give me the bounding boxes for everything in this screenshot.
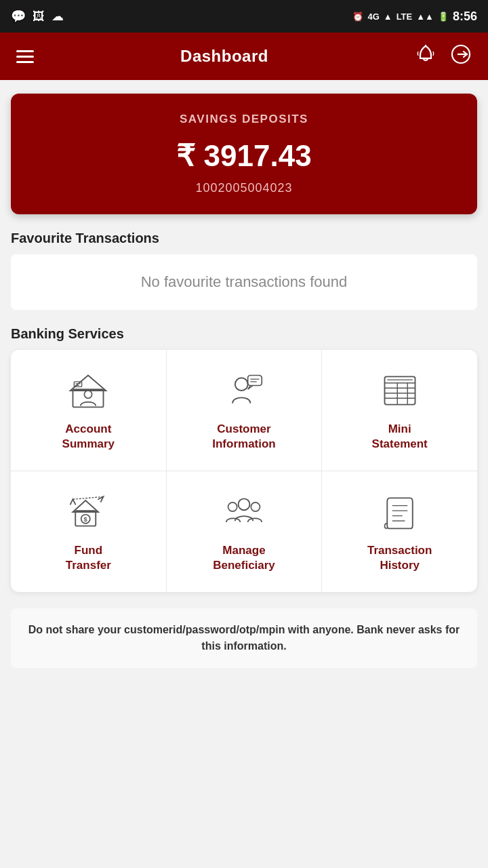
- services-row-2: $ FundTransfer: [11, 471, 477, 592]
- service-transaction-history[interactable]: TransactionHistory: [322, 471, 477, 592]
- security-notice: Do not share your customerid/password/ot…: [11, 608, 477, 668]
- svg-marker-5: [70, 376, 106, 391]
- cloud-icon: ☁: [52, 9, 64, 24]
- status-bar: 💬 🖼 ☁ ⏰ 4G ▲ LTE ▲▲ 🔋 8:56: [0, 0, 488, 33]
- mini-statement-label: MiniStatement: [372, 422, 428, 452]
- manage-beneficiary-icon: [222, 490, 266, 534]
- svg-point-26: [239, 499, 250, 511]
- svg-point-6: [85, 391, 92, 398]
- banking-services-title: Banking Services: [11, 326, 477, 342]
- carrier-label: LTE: [396, 12, 413, 22]
- svg-point-27: [228, 502, 237, 511]
- photo-icon: 🖼: [33, 9, 45, 24]
- manage-beneficiary-label: ManageBeneficiary: [213, 543, 275, 573]
- status-time: 8:56: [453, 9, 477, 24]
- wifi-icon: ▲: [384, 12, 392, 22]
- savings-amount: ₹ 3917.43: [24, 138, 464, 173]
- nav-icons: [415, 43, 472, 70]
- customer-information-label: CustomerInformation: [212, 422, 276, 452]
- savings-label: SAVINGS DEPOSITS: [24, 113, 464, 126]
- banking-services-section: Banking Services: [11, 326, 477, 592]
- services-row-1: AccountSummary: [11, 350, 477, 471]
- status-right-icons: ⏰ 4G ▲ LTE ▲▲ 🔋 8:56: [352, 9, 477, 24]
- svg-point-10: [235, 378, 248, 391]
- security-notice-text: Do not share your customerid/password/ot…: [27, 622, 461, 654]
- favourite-section: Favourite Transactions No favourite tran…: [11, 231, 477, 310]
- network-label: 4G: [367, 12, 379, 22]
- alarm-icon: ⏰: [352, 12, 363, 22]
- account-summary-icon: [66, 369, 110, 412]
- battery-icon: 🔋: [438, 12, 449, 22]
- savings-card: SAVINGS DEPOSITS ₹ 3917.43 1002005004023: [11, 94, 477, 214]
- whatsapp-icon: 💬: [11, 9, 26, 24]
- service-manage-beneficiary[interactable]: ManageBeneficiary: [167, 471, 323, 592]
- svg-rect-11: [248, 376, 262, 386]
- customer-information-icon: [222, 369, 266, 412]
- svg-text:$: $: [84, 516, 88, 523]
- no-favourite-message-container: No favourite transactions found: [11, 254, 477, 310]
- favourite-title: Favourite Transactions: [11, 231, 477, 246]
- service-account-summary[interactable]: AccountSummary: [11, 350, 167, 471]
- mini-statement-icon: [378, 369, 422, 412]
- signal-icon: ▲▲: [416, 12, 434, 22]
- no-favourite-text: No favourite transactions found: [141, 273, 348, 290]
- transaction-history-label: TransactionHistory: [367, 543, 432, 573]
- svg-point-28: [251, 502, 260, 511]
- service-customer-information[interactable]: CustomerInformation: [167, 350, 323, 471]
- service-mini-statement[interactable]: MiniStatement: [322, 350, 477, 471]
- page-title: Dashboard: [180, 47, 268, 66]
- fund-transfer-icon: $: [66, 490, 110, 534]
- savings-account-number: 1002005004023: [24, 181, 464, 195]
- transaction-history-icon: [378, 490, 422, 534]
- notification-bell-icon[interactable]: [415, 43, 436, 70]
- hamburger-menu[interactable]: [16, 50, 34, 63]
- fund-transfer-label: FundTransfer: [66, 543, 111, 573]
- logout-icon[interactable]: [450, 43, 472, 70]
- top-nav: Dashboard: [0, 33, 488, 80]
- status-left-icons: 💬 🖼 ☁: [11, 9, 64, 24]
- svg-rect-14: [384, 376, 415, 404]
- account-summary-label: AccountSummary: [62, 422, 115, 452]
- service-fund-transfer[interactable]: $ FundTransfer: [11, 471, 167, 592]
- services-grid: AccountSummary: [11, 350, 477, 592]
